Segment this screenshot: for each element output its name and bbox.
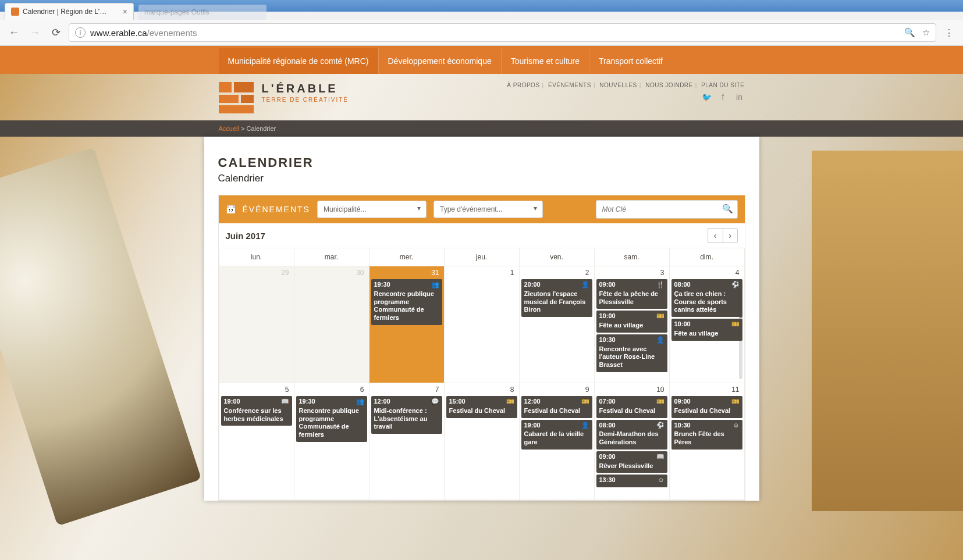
breadcrumb-home[interactable]: Accueil	[219, 125, 239, 132]
calendar-day-cell[interactable]: 408:00⚽Ça tire en chien : Course de spor…	[669, 266, 744, 383]
tab-title: Calendrier | Région de L'…	[23, 8, 106, 16]
util-link-joindre[interactable]: NOUS JOINDRE	[645, 82, 693, 88]
browser-tab-active[interactable]: Calendrier | Région de L'… ×	[5, 3, 134, 20]
favicon-icon	[11, 8, 19, 16]
event-category-icon: 👥	[356, 398, 364, 406]
calendar-day-cell[interactable]: 309:00🍴Fête de la pêche de Plessisville1…	[594, 266, 669, 383]
calendar-day-cell[interactable]: 619:30👥Rencontre publique programme Comm…	[294, 383, 369, 500]
calendar-day-cell[interactable]: 712:00💬Midi-conférence : L'absentéisme a…	[369, 383, 444, 500]
calendar-event[interactable]: 20:00👤Zieutons l'espace musical de Franç…	[521, 279, 592, 317]
browser-menu-icon[interactable]: ⋮	[941, 24, 957, 41]
event-time: 19:30	[299, 398, 315, 406]
calendar-event[interactable]: 09:00📖Rêver Plessisville	[596, 451, 667, 473]
calendar-day-cell[interactable]: 29	[219, 266, 294, 383]
event-time: 07:00	[599, 398, 616, 406]
calendar-day-cell[interactable]: 3119:30👥Rencontre publique programme Com…	[369, 266, 444, 383]
calendar-day-cell[interactable]: 815:00🎫Festival du Cheval	[444, 383, 519, 500]
event-title: Ça tire en chien : Course de sports cani…	[674, 290, 740, 314]
forward-button[interactable]: →	[27, 24, 43, 41]
breadcrumb: Accueil > Calendrier	[218, 120, 746, 137]
calendar-event[interactable]: 19:30👥Rencontre publique programme Commu…	[371, 279, 442, 325]
calendar-next-button[interactable]: ›	[723, 228, 738, 243]
logo-text-tagline: TERRE DE CRÉATIVITÉ	[262, 97, 349, 103]
util-link-evenements[interactable]: ÉVÉNEMENTS	[548, 82, 591, 88]
bookmark-star-icon[interactable]: ☆	[922, 27, 930, 38]
nav-item-transport[interactable]: Transport collectif	[589, 48, 672, 74]
calendar-event[interactable]: 09:00🍴Fête de la pêche de Plessisville	[596, 279, 667, 309]
site-info-icon[interactable]: i	[75, 27, 86, 38]
twitter-icon[interactable]: 🐦	[702, 92, 712, 102]
calendar-event[interactable]: 09:00🎫Festival du Cheval	[671, 396, 742, 418]
calendar-event[interactable]: 08:00⚽Demi-Marathon des Générations	[596, 420, 667, 450]
calendar-day-cell[interactable]: 30	[294, 266, 369, 383]
day-number: 4	[670, 266, 744, 279]
event-time: 09:00	[674, 398, 691, 406]
event-category-icon: 📖	[281, 398, 289, 406]
calendar-event[interactable]: 07:00🎫Festival du Cheval	[596, 396, 667, 418]
calendar-event[interactable]: 10:30☺Brunch Fête des Pères	[671, 420, 742, 450]
logo-mark-icon	[219, 82, 254, 115]
event-time: 19:00	[224, 398, 240, 406]
search-icon[interactable]: 🔍	[722, 204, 733, 214]
weekday-header: mar.	[294, 248, 369, 266]
search-icon[interactable]: 🔍	[904, 27, 915, 38]
linkedin-icon[interactable]: in	[734, 92, 745, 102]
calendar-event[interactable]: 10:30👤Rencontre avec l'auteur Rose-Line …	[596, 334, 667, 372]
calendar-day-cell[interactable]: 1	[444, 266, 519, 383]
day-number: 29	[219, 266, 294, 279]
calendar-event[interactable]: 19:30👥Rencontre publique programme Commu…	[296, 396, 367, 442]
util-link-plan[interactable]: PLAN DU SITE	[701, 82, 744, 88]
calendar-day-cell[interactable]: 519:00📖Conférence sur les herbes médicin…	[219, 383, 294, 500]
browser-tab-background[interactable]: marque-pages Outils	[138, 5, 266, 20]
calendar-event[interactable]: 08:00⚽Ça tire en chien : Course de sport…	[671, 279, 742, 317]
reload-button[interactable]: ⟳	[48, 24, 64, 41]
event-type-select[interactable]: Type d'événement...	[433, 201, 543, 218]
nav-item-dev-eco[interactable]: Développement économique	[378, 48, 501, 74]
calendar-day-cell[interactable]: 912:00🎫Festival du Cheval19:00👤Cabaret d…	[519, 383, 594, 500]
url-domain: www.erable.ca	[90, 28, 147, 38]
event-title: Rencontre avec l'auteur Rose-Line Brasse…	[599, 345, 664, 369]
util-link-apropos[interactable]: À PROPOS	[507, 82, 539, 88]
address-bar[interactable]: i www.erable.ca/evenements 🔍 ☆	[69, 23, 936, 42]
facebook-icon[interactable]: f	[718, 92, 729, 102]
calendar-event[interactable]: 19:00📖Conférence sur les herbes médicina…	[221, 396, 292, 426]
calendar-event[interactable]: 15:00🎫Festival du Cheval	[446, 396, 517, 418]
calendar-event[interactable]: 10:00🎫Fête au village	[596, 311, 667, 333]
tab-close-icon[interactable]: ×	[118, 7, 127, 16]
event-time: 10:00	[674, 320, 691, 329]
event-category-icon: ☺	[658, 476, 664, 484]
event-category-icon: 📖	[656, 453, 664, 461]
calendar-event[interactable]: 12:00💬Midi-conférence : L'absentéisme au…	[371, 396, 442, 434]
municipality-select[interactable]: Municipalité...	[317, 201, 427, 218]
event-time: 09:00	[599, 281, 616, 289]
nav-item-mrc[interactable]: Municipalité régionale de comté (MRC)	[219, 48, 378, 74]
browser-tab-bar: Calendrier | Région de L'… × marque-page…	[0, 0, 963, 20]
event-time: 12:00	[374, 398, 390, 406]
calendar-event[interactable]: 13:30☺	[596, 475, 667, 487]
event-category-icon: 🎫	[656, 398, 664, 406]
calendar-day-cell[interactable]: 1109:00🎫Festival du Cheval10:30☺Brunch F…	[669, 383, 744, 500]
nav-item-tourisme[interactable]: Tourisme et culture	[501, 48, 589, 74]
event-category-icon: 👤	[581, 422, 589, 430]
site-logo[interactable]: L'ÉRABLE TERRE DE CRÉATIVITÉ	[219, 82, 349, 115]
util-link-nouvelles[interactable]: NOUVELLES	[599, 82, 637, 88]
event-category-icon: 🎫	[656, 312, 664, 320]
keyword-search-input[interactable]	[596, 200, 738, 219]
calendar-event[interactable]: 12:00🎫Festival du Cheval	[521, 396, 592, 418]
calendar-widget: ÉVÉNEMENTS Municipalité... Type d'événem…	[218, 195, 745, 501]
calendar-day-cell[interactable]: 220:00👤Zieutons l'espace musical de Fran…	[519, 266, 594, 383]
calendar-event[interactable]: 19:00👤Cabaret de la vieille gare	[521, 420, 592, 450]
event-category-icon: 🎫	[731, 320, 740, 329]
weekday-header: dim.	[669, 248, 744, 266]
event-time: 10:30	[674, 422, 691, 430]
event-title: Conférence sur les herbes médicinales	[224, 407, 289, 423]
event-time: 09:00	[599, 453, 616, 461]
calendar-day-cell[interactable]: 1007:00🎫Festival du Cheval08:00⚽Demi-Mar…	[594, 383, 669, 500]
calendar-prev-button[interactable]: ‹	[708, 228, 723, 243]
event-time: 20:00	[524, 281, 541, 289]
event-category-icon: 👥	[431, 281, 439, 289]
day-number: 31	[369, 266, 444, 279]
calendar-event[interactable]: 10:00🎫Fête au village	[671, 319, 742, 341]
event-time: 08:00	[599, 422, 616, 430]
back-button[interactable]: ←	[6, 24, 22, 41]
